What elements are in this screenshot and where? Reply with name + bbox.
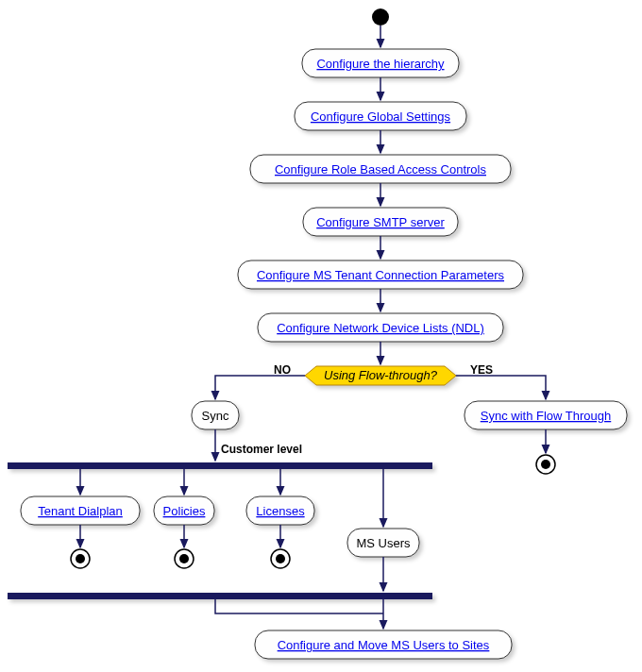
join-bar xyxy=(8,593,432,599)
node-label[interactable]: Configure Role Based Access Controls xyxy=(275,162,487,176)
fork-label: Customer level xyxy=(221,443,302,456)
fork-bar xyxy=(8,462,432,469)
node-label[interactable]: Configure the hierarchy xyxy=(316,57,445,71)
branch-no-label: NO xyxy=(274,363,291,377)
branch-yes-label: YES xyxy=(470,363,493,377)
svg-point-17 xyxy=(179,554,189,563)
node-label[interactable]: Configure Global Settings xyxy=(311,109,451,124)
svg-point-15 xyxy=(76,554,85,563)
node-label[interactable]: Sync with Flow Through xyxy=(481,409,612,423)
node-label: MS Users xyxy=(356,536,411,550)
svg-point-9 xyxy=(541,460,550,469)
node-label[interactable]: Configure SMTP server xyxy=(316,215,445,229)
node-label: Sync xyxy=(202,409,229,423)
svg-point-19 xyxy=(276,554,285,563)
node-label[interactable]: Policies xyxy=(163,504,206,518)
node-label[interactable]: Tenant Dialplan xyxy=(38,504,123,518)
start-node xyxy=(372,8,389,25)
decision-label: Using Flow-through? xyxy=(324,368,438,382)
node-label[interactable]: Licenses xyxy=(256,504,305,518)
activity-diagram: Configure the hierarchy Configure Global… xyxy=(0,0,642,672)
node-label[interactable]: Configure and Move MS Users to Sites xyxy=(278,638,490,652)
node-label[interactable]: Configure Network Device Lists (NDL) xyxy=(277,321,484,335)
node-label[interactable]: Configure MS Tenant Connection Parameter… xyxy=(257,268,505,282)
